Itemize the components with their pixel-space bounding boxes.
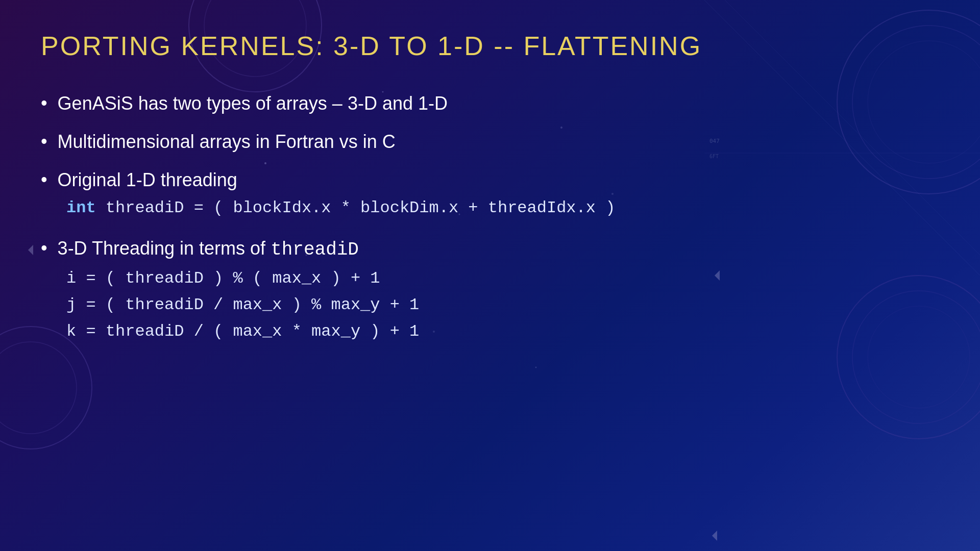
slide-title: PORTING KERNELS: 3-D TO 1-D -- FLATTENIN… xyxy=(41,31,939,61)
list-item: • Multidimensional arrays in Fortran vs … xyxy=(41,130,939,154)
code-block-2: i = ( threadiD ) % ( max_x ) + 1 j = ( t… xyxy=(66,266,419,346)
slide-content: PORTING KERNELS: 3-D TO 1-D -- FLATTENIN… xyxy=(0,0,980,391)
bullet-text: Original 1-D threading xyxy=(58,168,237,192)
code-text: threadiD = ( blockIdx.x * blockDim.x + t… xyxy=(96,198,616,217)
bullet-dot: • xyxy=(41,237,47,259)
bullet-text-prefix: 3-D Threading in terms of xyxy=(58,238,271,259)
keyword: int xyxy=(66,198,96,217)
bullet-text: Multidimensional arrays in Fortran vs in… xyxy=(58,130,396,154)
code-block: int threadiD = ( blockIdx.x * blockDim.x… xyxy=(66,196,615,222)
code-line-i: i = ( threadiD ) % ( max_x ) + 1 xyxy=(66,266,419,291)
bullet-text: 3-D Threading in terms of threadiD xyxy=(58,237,359,262)
bullet-text: GenASiS has two types of arrays – 3-D an… xyxy=(58,92,448,116)
code-line: int threadiD = ( blockIdx.x * blockDim.x… xyxy=(66,196,615,220)
list-item: • GenASiS has two types of arrays – 3-D … xyxy=(41,92,939,116)
bullet-dot: • xyxy=(41,130,47,152)
bullet-dot: • xyxy=(41,168,47,190)
bullet-list: • GenASiS has two types of arrays – 3-D … xyxy=(41,92,939,346)
slide: 047 6FT PORTING KERNELS: 3-D TO 1-D -- F… xyxy=(0,0,980,551)
list-item: • 3-D Threading in terms of threadiD i =… xyxy=(41,237,939,346)
code-line-k: k = threadiD / ( max_x * max_y ) + 1 xyxy=(66,319,419,344)
bullet-dot: • xyxy=(41,92,47,114)
bullet-code-inline: threadiD xyxy=(271,239,359,260)
svg-marker-15 xyxy=(712,531,717,541)
list-item: • Original 1-D threading int threadiD = … xyxy=(41,168,939,223)
code-line-j: j = ( threadiD / max_x ) % max_y + 1 xyxy=(66,293,419,317)
